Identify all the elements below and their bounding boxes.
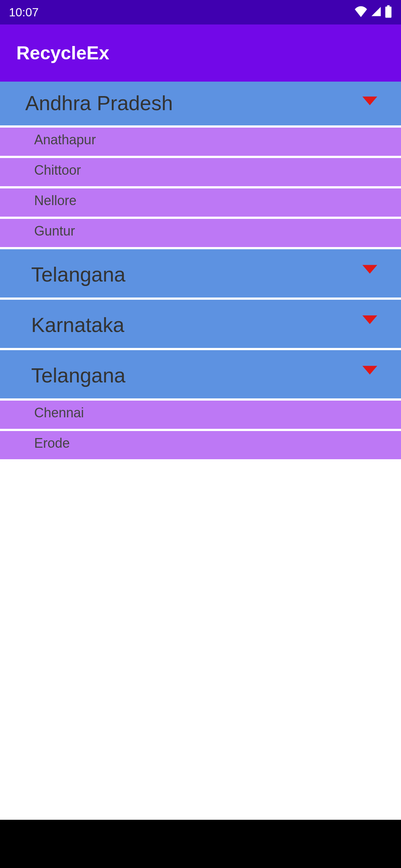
group-header-andhra-pradesh[interactable]: Andhra Pradesh — [0, 82, 401, 128]
status-bar: 10:07 — [0, 0, 401, 24]
group-label: Karnataka — [25, 308, 124, 337]
child-label: Nellore — [34, 193, 76, 208]
app-title: RecycleEx — [16, 42, 109, 64]
list-item[interactable]: Chennai — [0, 401, 401, 431]
status-icons — [354, 5, 392, 19]
svg-rect-1 — [299, 837, 311, 849]
group-label: Telangana — [25, 358, 125, 387]
group-header-karnataka[interactable]: Karnataka — [0, 300, 401, 350]
wifi-icon — [354, 6, 368, 19]
dropdown-icon — [362, 265, 377, 275]
back-button[interactable] — [89, 835, 105, 853]
child-label: Anathapur — [34, 132, 96, 147]
recent-apps-button[interactable] — [298, 836, 312, 852]
child-label: Erode — [34, 435, 70, 451]
dropdown-icon — [362, 366, 377, 376]
svg-point-0 — [195, 836, 209, 850]
dropdown-icon — [362, 315, 377, 326]
list-item[interactable]: Nellore — [0, 188, 401, 219]
group-header-telangana[interactable]: Telangana — [0, 249, 401, 300]
app-bar: RecycleEx — [0, 24, 401, 82]
list-item[interactable]: Anathapur — [0, 128, 401, 158]
group-label: Andhra Pradesh — [25, 89, 173, 115]
group-header-telangana-2[interactable]: Telangana — [0, 350, 401, 401]
status-time: 10:07 — [9, 6, 39, 19]
child-label: Chennai — [34, 405, 84, 420]
home-button[interactable] — [193, 835, 210, 853]
list-item[interactable]: Erode — [0, 431, 401, 461]
child-label: Guntur — [34, 223, 75, 239]
navigation-bar — [0, 820, 401, 868]
dropdown-icon — [362, 96, 377, 107]
child-label: Chittoor — [34, 162, 81, 178]
battery-icon — [385, 5, 392, 19]
group-label: Telangana — [25, 257, 125, 286]
list-item[interactable]: Guntur — [0, 219, 401, 249]
list-container[interactable]: Andhra Pradesh Anathapur Chittoor Nellor… — [0, 82, 401, 461]
signal-icon — [371, 6, 382, 19]
list-item[interactable]: Chittoor — [0, 158, 401, 188]
